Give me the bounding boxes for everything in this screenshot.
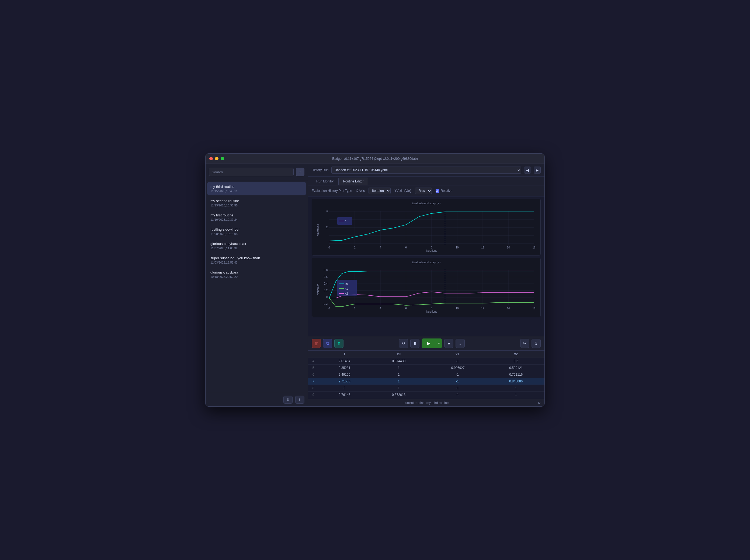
reset-button[interactable]: ↺ (399, 339, 408, 348)
table-cell: 3 (319, 385, 370, 392)
table-cell: 2.71586 (319, 378, 370, 385)
y-axis-label-x: variables (317, 284, 320, 295)
routine-date: 11/13/2023,13:35:55 (210, 204, 239, 207)
routine-date: 11/08/2023,10:18:08 (210, 232, 240, 236)
play-dropdown-button[interactable]: ▼ (436, 339, 442, 348)
table-header-cell: x1 (427, 351, 488, 358)
x-axis-select[interactable]: Iteration (368, 187, 391, 194)
maximize-icon[interactable] (221, 157, 224, 160)
table-cell: 4 (308, 358, 319, 365)
data-table-scroll[interactable]: fx0x1x2 42.014640.874430-10.552.352811-0… (308, 351, 544, 399)
bookmark-button[interactable]: ★ (444, 339, 453, 348)
svg-text:iterations: iterations (426, 310, 437, 313)
table-cell: 5 (308, 365, 319, 372)
data-table: fx0x1x2 42.014640.874430-10.552.352811-0… (308, 351, 544, 398)
svg-text:10: 10 (455, 307, 459, 310)
svg-text:14: 14 (507, 246, 510, 249)
table-cell: 1 (370, 372, 427, 378)
table-cell: 8 (308, 385, 319, 392)
export-run-button[interactable]: ⬆ (334, 339, 343, 348)
list-item[interactable]: glorious-capybara-max 11/07/2023,11:03:3… (207, 239, 306, 253)
routine-date: 10/18/2023,22:52:20 (210, 275, 238, 278)
table-cell: 9 (308, 392, 319, 398)
import-button[interactable]: ⬆ (295, 396, 304, 404)
search-input[interactable] (209, 167, 293, 176)
pause-button[interactable]: ⏸ (410, 339, 420, 348)
play-button[interactable]: ▶ (422, 339, 436, 348)
export-button[interactable]: ⬇ (283, 396, 292, 404)
download-button[interactable]: ↓ (455, 339, 465, 348)
list-item[interactable]: glorious-capybara 10/18/2023,22:52:20 🗑 (207, 267, 306, 281)
svg-text:16: 16 (532, 307, 535, 310)
minimize-icon[interactable] (215, 157, 219, 160)
next-history-button[interactable]: ▶ (534, 166, 541, 174)
table-cell: 2.76145 (319, 392, 370, 398)
svg-text:0.8: 0.8 (324, 269, 328, 272)
svg-text:8: 8 (431, 246, 432, 249)
plot-controls: Evaluation History Plot Type X Axis Iter… (308, 185, 544, 197)
svg-text:6: 6 (405, 307, 407, 310)
delete-button[interactable]: 🗑 (312, 339, 321, 348)
svg-text:3: 3 (326, 210, 328, 213)
list-item[interactable]: my second routine 11/13/2023,13:35:55 🗑 (207, 196, 306, 210)
relative-label: Relative (441, 189, 452, 193)
svg-text:0.4: 0.4 (324, 282, 328, 285)
table-cell: 2.35281 (319, 365, 370, 372)
info-button[interactable]: ℹ (531, 339, 541, 348)
table-row[interactable]: 42.014640.874430-10.5 (308, 358, 544, 365)
routine-name: rustling-sidewinder (210, 227, 240, 232)
routine-date: 11/03/2023,12:53:43 (210, 261, 260, 264)
history-select[interactable]: BadgerOpt-2023-11-15-105140.yaml (331, 166, 521, 174)
copy-button[interactable]: ⧉ (323, 339, 332, 348)
table-header-cell: x2 (487, 351, 544, 358)
list-item[interactable]: my first routine 11/10/2023,12:37:24 🗑 (207, 211, 306, 224)
chart-y-title: Evaluation History (Y) (315, 202, 538, 205)
svg-text:10: 10 (455, 246, 459, 249)
table-row[interactable]: 62.491561-10.701116 (308, 372, 544, 378)
svg-text:0: 0 (326, 296, 328, 299)
svg-text:2: 2 (326, 226, 328, 229)
table-cell: 0.5 (487, 358, 544, 365)
table-cell: -0.996927 (427, 365, 488, 372)
close-icon[interactable] (209, 157, 213, 160)
list-item[interactable]: super super lon...you know that! 11/03/2… (207, 253, 306, 267)
svg-text:2: 2 (354, 246, 356, 249)
list-item[interactable]: my third routine 11/15/2023,10:43:11 🗑 (207, 182, 306, 195)
table-cell: 7 (308, 378, 319, 385)
chart-x-title: Evaluation History (X) (315, 261, 538, 264)
table-row[interactable]: 831-11 (308, 385, 544, 392)
table-cell: -1 (427, 392, 488, 398)
add-routine-button[interactable]: + (296, 167, 304, 176)
tab-run-monitor[interactable]: Run Monitor (312, 178, 338, 185)
relative-checkbox[interactable] (435, 189, 439, 193)
table-cell: 0.872613 (370, 392, 427, 398)
svg-text:6: 6 (405, 246, 407, 249)
tab-routine-editor[interactable]: Routine Editor (338, 178, 368, 185)
table-body: 42.014640.874430-10.552.352811-0.9969270… (308, 358, 544, 398)
tab-bar: Run Monitor Routine Editor (308, 177, 544, 185)
plot-ctrl-label: Evaluation History Plot Type (312, 189, 352, 193)
routine-name: my first routine (210, 213, 238, 217)
svg-text:16: 16 (532, 246, 535, 249)
settings-button[interactable]: ✂ (520, 339, 529, 348)
svg-text:0: 0 (328, 307, 330, 310)
sidebar-search-bar: + (206, 164, 308, 180)
table-header-cell: x0 (370, 351, 427, 358)
svg-text:0.6: 0.6 (324, 275, 328, 278)
y-axis-label-y: objectives (317, 224, 320, 236)
y-axis-select[interactable]: Raw (415, 187, 432, 194)
table-cell: -1 (427, 385, 488, 392)
status-bar: current routine: my third routine ⚙ (308, 399, 544, 406)
traffic-lights (209, 157, 224, 160)
table-row[interactable]: 72.715861-10.846086 (308, 378, 544, 385)
table-cell: 1 (487, 392, 544, 398)
list-item[interactable]: rustling-sidewinder 11/08/2023,10:18:08 … (207, 225, 306, 238)
table-row[interactable]: 52.352811-0.9969270.599121 (308, 365, 544, 372)
prev-history-button[interactable]: ◀ (524, 166, 531, 174)
table-cell: 0.599121 (487, 365, 544, 372)
table-cell: -1 (427, 372, 488, 378)
status-settings-button[interactable]: ⚙ (538, 401, 541, 405)
data-table-wrap: fx0x1x2 42.014640.874430-10.552.352811-0… (308, 351, 544, 399)
table-row[interactable]: 92.761450.872613-11 (308, 392, 544, 398)
table-cell: 1 (370, 378, 427, 385)
